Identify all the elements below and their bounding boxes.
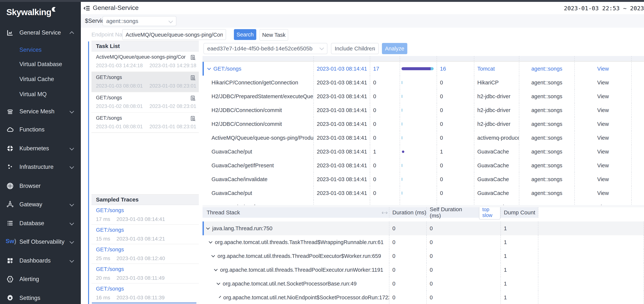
task-list-item[interactable]: GET:/songs 2023-01-02 08:08:012023-01-02… xyxy=(92,92,199,112)
trace-id-select[interactable]: eaed37e7-1d4e-4f50-be8d-14e52ce6505b xyxy=(204,43,328,54)
thread-stack-title: Thread Stack xyxy=(207,209,240,216)
globe-icon xyxy=(6,182,14,190)
thread-stack-row[interactable]: java.lang.Thread.run:750 0 0 1 xyxy=(202,222,644,235)
sidebar-item-virtual-database[interactable]: Virtual Database xyxy=(0,58,81,70)
duration-bar xyxy=(400,103,437,117)
table-row[interactable]: ActiveMQ/Queue/queue-songs-ping/Producer… xyxy=(202,131,644,145)
view-link[interactable]: View xyxy=(575,90,632,103)
sidebar-item-virtual-mq[interactable]: Virtual MQ xyxy=(0,88,81,100)
moon-icon xyxy=(50,6,57,12)
sidebar-item-service-mesh[interactable]: Service Mesh xyxy=(0,106,81,118)
chevron-down-icon xyxy=(70,164,74,169)
thread-stack-row[interactable]: org.apache.tomcat.util.net.NioEndpoint$S… xyxy=(202,290,644,304)
thread-stack-row[interactable]: org.apache.tomcat.util.threads.ThreadPoo… xyxy=(202,249,644,263)
sidebar-item-database[interactable]: Database xyxy=(0,217,81,229)
sidebar-item-functions[interactable]: Functions xyxy=(0,124,81,136)
sampled-traces-header: Sampled Traces xyxy=(92,194,199,205)
view-link[interactable]: View xyxy=(575,76,632,90)
sidebar-item-self-observability[interactable]: Sw) Self Observability xyxy=(0,236,81,248)
table-row[interactable]: H2/JDBC/PreparedStatement/executeQuery 2… xyxy=(202,90,644,103)
duration-bar xyxy=(400,62,437,76)
view-link[interactable]: View xyxy=(575,117,632,131)
view-link[interactable]: View xyxy=(575,186,632,200)
endpoint-name-input[interactable]: ActiveMQ/Queue/queue-songs-ping/Consum xyxy=(122,29,226,40)
table-row[interactable]: HikariCP/Connection/getConnection 2023-0… xyxy=(202,76,644,90)
sidebar-item-settings[interactable]: Settings xyxy=(0,292,81,304)
sidebar-item-services[interactable]: Services xyxy=(0,44,81,56)
table-row[interactable]: GET:/songs 2023-01-03 08:14:41 17 16 Tom… xyxy=(202,62,644,76)
endpoint-search-row: Endpoint Name: ActiveMQ/Queue/queue-song… xyxy=(81,28,644,42)
task-log-icon[interactable] xyxy=(190,54,196,60)
view-link[interactable]: View xyxy=(575,145,632,158)
chevron-down-icon xyxy=(206,226,210,230)
view-link[interactable]: View xyxy=(575,158,632,172)
table-row[interactable]: GuavaCache/put 2023-01-03 08:14:41 0 0 G… xyxy=(202,186,644,200)
col-self-duration: Self Duration (ms) xyxy=(430,207,466,219)
chevron-down-icon xyxy=(211,254,215,257)
sidebar-item-infrastructure[interactable]: Infrastructure xyxy=(0,161,81,173)
service-selector-bar: $Service agent::songs xyxy=(81,14,644,28)
skywalking-logo: Skywalking xyxy=(6,7,58,17)
trace-item[interactable]: GET:/songs 17 ms2023-01-03 08:14:41 xyxy=(92,205,199,225)
trace-item[interactable]: GET:/songs 20 ms2023-01-03 08:11:49 xyxy=(92,264,199,284)
thread-stack-row[interactable]: org.apache.tomcat.util.threads.ThreadPoo… xyxy=(202,263,644,277)
column-resize-icon[interactable]: ‹··› xyxy=(382,210,387,216)
sidebar-item-dashboards[interactable]: Dashboards xyxy=(0,255,81,267)
view-link[interactable]: View xyxy=(575,200,632,205)
search-button[interactable]: Search xyxy=(234,29,256,40)
task-log-icon[interactable] xyxy=(190,116,196,122)
chevron-down-icon xyxy=(207,66,211,70)
table-row[interactable]: GuavaCache/put 2023-01-03 08:14:41 1 1 G… xyxy=(202,145,644,158)
table-row-clipped[interactable]: GuavaCache/getIfPresent 2023-01-03 08:14… xyxy=(202,200,644,205)
page-title: General-Service xyxy=(93,4,139,12)
nodes-icon xyxy=(6,163,14,171)
thread-stack-row[interactable]: org.apache.tomcat.util.net.SocketProcess… xyxy=(202,277,644,290)
content-accent-line xyxy=(88,28,89,304)
task-list-item[interactable]: ActiveMQ/Queue/queue-songs-ping/Consumer… xyxy=(92,52,199,72)
panel-gap xyxy=(202,205,644,207)
gateway-icon xyxy=(6,201,14,208)
view-link[interactable]: View xyxy=(575,62,632,76)
time-range-picker[interactable]: 2023-01-03 22:53 ~ 2023 xyxy=(564,5,644,12)
sw-logo-icon: Sw) xyxy=(6,238,16,244)
chevron-down-icon xyxy=(70,258,74,262)
chevron-down-icon xyxy=(70,109,74,113)
task-list-item[interactable]: GET:/songs 2023-01-01 08:08:012023-01-01… xyxy=(92,112,199,133)
analyze-button[interactable]: Analyze xyxy=(382,43,407,54)
table-row[interactable]: H2/JDBC/Connection/commit 2023-01-03 08:… xyxy=(202,103,644,117)
chevron-down-icon xyxy=(70,239,74,244)
table-row[interactable]: GuavaCache/invalidate 2023-01-03 08:14:4… xyxy=(202,172,644,186)
new-task-button[interactable]: New Task xyxy=(260,29,288,41)
task-log-icon[interactable] xyxy=(190,75,196,81)
span-analysis-table: GET:/songs 2023-01-03 08:14:41 17 16 Tom… xyxy=(202,56,644,205)
top-slow-button[interactable]: top slow xyxy=(479,207,500,220)
view-link[interactable]: View xyxy=(575,172,632,186)
trace-item[interactable]: GET:/songs 15 ms2023-01-03 08:14:21 xyxy=(92,225,199,244)
trace-item[interactable]: GET:/songs 25 ms2023-01-03 08:12:40 xyxy=(92,244,199,264)
duration-bar xyxy=(400,200,437,205)
next-trace-item-clipped xyxy=(92,302,196,304)
chevron-down-icon xyxy=(209,240,212,244)
view-link[interactable]: View xyxy=(575,103,632,117)
task-list-item[interactable]: GET:/songs 2023-01-03 08:08:012023-01-03… xyxy=(92,72,199,92)
sidebar-item-virtual-cache[interactable]: Virtual Cache xyxy=(0,73,81,85)
trace-item[interactable]: GET:/songs 16 ms2023-01-03 08:11:39 xyxy=(92,284,199,303)
sidebar-item-kubernetes[interactable]: Kubernetes xyxy=(0,142,81,154)
task-list-header: Task List xyxy=(92,41,199,52)
sidebar-item-browser[interactable]: Browser xyxy=(0,180,81,192)
collapse-menu-icon[interactable] xyxy=(84,5,90,12)
sidebar-item-alerting[interactable]: Alerting xyxy=(0,273,81,285)
cloud-icon xyxy=(6,126,14,133)
service-select[interactable]: agent::songs xyxy=(102,16,176,26)
view-link[interactable]: View xyxy=(575,131,632,145)
table-row[interactable]: H2/JDBC/Connection/commit 2023-01-03 08:… xyxy=(202,117,644,131)
task-log-icon[interactable] xyxy=(190,95,196,101)
sidebar-item-general-service[interactable]: General Service xyxy=(0,27,81,39)
duration-bar xyxy=(400,172,437,186)
sidebar-item-gateway[interactable]: Gateway xyxy=(0,198,81,210)
thread-stack-row[interactable]: org.apache.tomcat.util.threads.TaskThrea… xyxy=(202,235,644,249)
analyze-mode-select[interactable]: Include Children xyxy=(331,43,379,54)
duration-bar xyxy=(400,76,437,90)
analyze-toolbar: eaed37e7-1d4e-4f50-be8d-14e52ce6505b Inc… xyxy=(202,41,644,56)
table-row[interactable]: GuavaCache/getIfPresent 2023-01-03 08:14… xyxy=(202,158,644,172)
